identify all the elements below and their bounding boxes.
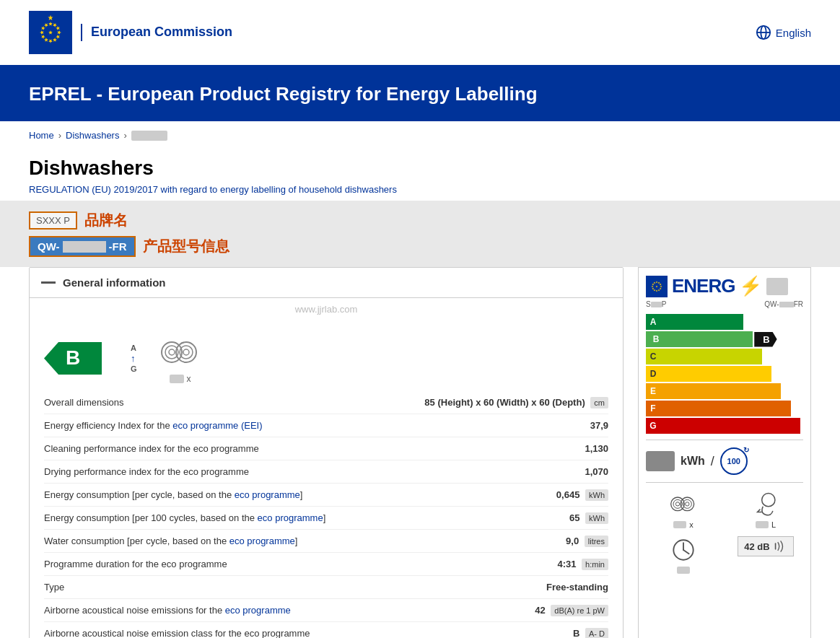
eco-link-3[interactable]: eco programme [258, 512, 323, 523]
scale-letter-d: D [646, 369, 660, 379]
label-icon-time [646, 536, 721, 574]
time-value [677, 567, 690, 574]
row-label: Airborne acoustical noise emissions for … [44, 605, 528, 616]
energy-label-panel: ENERG ⚡ SP QW-FR A B B [638, 267, 811, 638]
cycle-count: 100 [727, 457, 740, 466]
sound-waves-icon [773, 540, 787, 553]
row-label: Cleaning performance index for the eco p… [44, 443, 577, 454]
general-info-panel: General information www.jjrlab.com B A ↑… [29, 267, 624, 638]
breadcrumb-sep-1: › [58, 130, 61, 141]
row-value: 1,070 [585, 466, 608, 477]
eco-link-2[interactable]: eco programme [235, 489, 300, 500]
label-icon-noise: 42 dB [728, 536, 803, 574]
label-model-info: SP QW-FR [646, 300, 803, 308]
scale-bar-b: B [646, 331, 753, 347]
language-label: English [776, 27, 811, 39]
row-label: Water consumption [per cycle, based on t… [44, 536, 559, 546]
energy-label-header: ENERG ⚡ [646, 275, 803, 297]
brand-code-box: SXXX P [29, 211, 77, 230]
svg-point-20 [681, 497, 694, 511]
rating-a: A [131, 344, 137, 352]
label-clock-icon [669, 536, 698, 564]
row-label: Energy consumption [per cycle, based on … [44, 489, 549, 500]
kwh-display: kWh / 100 ↻ [646, 440, 803, 483]
table-row: Airborne acoustical noise emission class… [44, 622, 608, 638]
dishes-count-blur [673, 521, 686, 528]
model-code-box: QW- -FR [29, 236, 136, 257]
label-icon-dishes: x [646, 490, 721, 529]
scale-row-e: E [646, 383, 781, 399]
watermark-text: www.jjrlab.com [30, 298, 623, 320]
row-label: Airborne acoustical noise emission class… [44, 628, 566, 638]
logo-area: European Commission [29, 11, 232, 54]
svg-point-22 [686, 502, 689, 506]
site-header: European Commission English [0, 0, 840, 67]
brand-name-chinese: 品牌名 [84, 211, 128, 230]
scale-row-c: C [646, 349, 762, 364]
model-name-chinese: 产品型号信息 [143, 237, 229, 256]
scale-row-b: B B [646, 331, 803, 347]
row-value: 42 dB(A) re 1 pW [535, 605, 608, 616]
energy-arrow-svg: B [44, 338, 109, 378]
commission-title: European Commission [81, 24, 232, 40]
scale-letter-e: E [646, 386, 660, 396]
banner-title: EPREL - European Product Registry for En… [29, 83, 538, 105]
svg-point-12 [176, 342, 196, 362]
table-row: Water consumption [per cycle, based on t… [44, 530, 608, 553]
scale-letter-g: G [646, 421, 660, 431]
dishes-count: x [673, 520, 694, 529]
table-row: Airborne acoustical noise emissions for … [44, 599, 608, 622]
table-row: Energy consumption [per cycle, based on … [44, 484, 608, 507]
breadcrumb-category[interactable]: Dishwashers [66, 130, 119, 141]
row-unit: A- D [585, 628, 608, 638]
noise-value: 42 dB [744, 541, 769, 552]
product-info-bar: SXXX P 品牌名 QW- -FR 产品型号信息 [0, 201, 840, 267]
language-selector[interactable]: English [756, 25, 811, 40]
row-value: Free-standing [546, 582, 608, 593]
svg-text:B: B [66, 346, 80, 369]
row-value: B A- D [573, 628, 608, 638]
eu-stars-small-icon [646, 276, 668, 297]
slash: / [711, 454, 714, 469]
label-icon-water: L [728, 490, 803, 529]
eco-link-4[interactable]: eco programme [229, 536, 295, 546]
count-display: x [159, 374, 202, 384]
dishwasher-icon [159, 332, 202, 372]
regulation-text: REGULATION (EU) 2019/2017 with regard to… [29, 184, 811, 195]
panel-header: General information [30, 268, 623, 298]
cycle-arrow-icon: ↻ [743, 446, 749, 454]
row-unit: dB(A) re 1 pW [551, 605, 608, 616]
model-row: QW- -FR 产品型号信息 [29, 236, 811, 257]
scale-row-a: A [646, 314, 743, 330]
page-banner: EPREL - European Product Registry for En… [0, 67, 840, 121]
row-unit: h:min [582, 559, 608, 570]
energy-class-row: B A ↑ G [30, 320, 623, 391]
energy-text: ENERG [672, 275, 735, 297]
scale-row-f: F [646, 401, 791, 416]
breadcrumb-current [131, 131, 167, 141]
count-blur [170, 375, 184, 383]
table-row: Type Free-standing [44, 576, 608, 599]
panel-header-title: General information [63, 276, 166, 289]
row-unit: kWh [585, 512, 608, 524]
scale-row-g: G [646, 418, 800, 434]
row-label: Energy efficiency Index for the eco prog… [44, 420, 583, 431]
row-value: 1,130 [585, 443, 608, 454]
label-icons-grid: x L [646, 490, 803, 574]
eco-link-5[interactable]: eco programme [225, 605, 291, 616]
breadcrumb-home[interactable]: Home [29, 130, 54, 141]
brand-row: SXXX P 品牌名 [29, 211, 811, 230]
svg-point-23 [762, 494, 775, 507]
energy-label-card: ENERG ⚡ SP QW-FR A B B [639, 268, 810, 581]
scale-letter-a: A [646, 317, 660, 327]
label-model-code: QW-FR [764, 300, 803, 308]
model-suffix: -FR [109, 240, 127, 253]
eco-link[interactable]: eco programme (EEI) [172, 420, 262, 431]
scale-letter-f: F [646, 403, 660, 414]
row-unit: litres [585, 536, 608, 547]
table-row: Drying performance index for the eco pro… [44, 460, 608, 484]
row-value: 37,9 [590, 420, 608, 431]
row-value: 85 (Height) x 60 (Width) x 60 (Depth) cm [424, 397, 608, 408]
brand-blur-label [766, 278, 788, 295]
time-blur [677, 567, 690, 574]
